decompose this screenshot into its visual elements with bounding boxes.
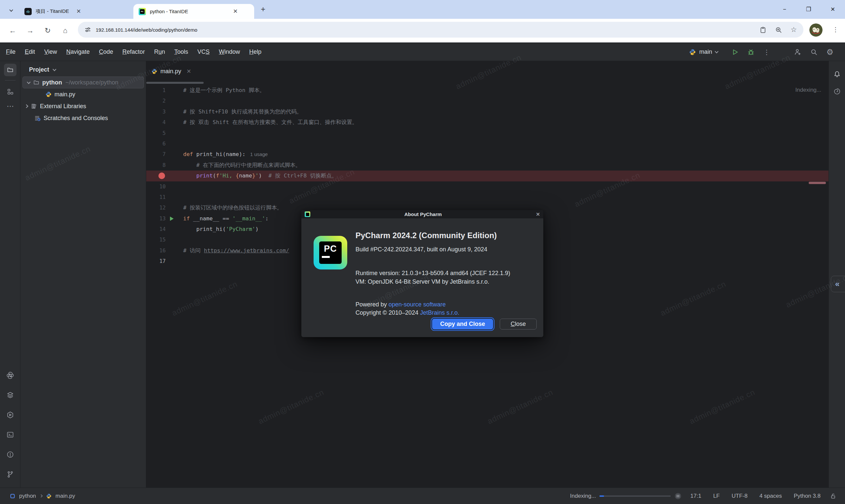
search-icon[interactable] xyxy=(810,48,817,56)
line-number[interactable]: 1 xyxy=(146,85,166,96)
terminal-tool-icon[interactable] xyxy=(0,425,20,445)
jetbrains-link[interactable]: JetBrains s.r.o. xyxy=(420,309,459,316)
code-line[interactable]: 1# 这是一个示例 Python 脚本。 xyxy=(146,85,828,96)
readonly-lock-icon[interactable] xyxy=(830,493,837,499)
code-line[interactable]: 3# 按 Shift+F10 执行或将其替换为您的代码。 xyxy=(146,107,828,117)
reload-icon[interactable]: ↻ xyxy=(39,26,56,35)
close-button[interactable]: Close xyxy=(500,319,537,329)
menu-vcs[interactable]: VCS xyxy=(193,49,214,55)
run-button[interactable] xyxy=(732,49,739,56)
pause-indexing-icon[interactable] xyxy=(674,492,682,500)
browser-tab-python[interactable]: PC python - TitanIDE ✕ xyxy=(133,4,254,19)
structure-tool-icon[interactable] xyxy=(0,85,20,99)
clipboard-icon[interactable] xyxy=(759,26,767,33)
profile-avatar[interactable] xyxy=(809,23,823,37)
tree-row-scratches[interactable]: Scratches and Consoles xyxy=(20,112,146,124)
ai-assistant-icon[interactable] xyxy=(829,83,845,100)
home-icon[interactable]: ⌂ xyxy=(56,26,74,35)
breakpoint-dot[interactable] xyxy=(158,173,165,179)
menu-refactor[interactable]: Refactor xyxy=(118,49,149,55)
browser-tab-titanide[interactable]: ‹t› 项目 - TitanIDE ✕ xyxy=(19,4,86,19)
window-minimize-button[interactable]: − xyxy=(783,0,786,19)
tree-row-external-libraries[interactable]: External Libraries xyxy=(20,100,146,112)
collapse-panel-button[interactable]: « xyxy=(831,276,845,292)
back-icon[interactable]: ← xyxy=(4,26,21,35)
debug-button[interactable] xyxy=(747,49,755,56)
window-close-button[interactable]: ✕ xyxy=(830,0,835,19)
line-number[interactable]: 4 xyxy=(146,117,166,128)
python-packages-tool-icon[interactable] xyxy=(0,365,20,385)
line-number[interactable]: 10 xyxy=(146,181,166,192)
services-layers-tool-icon[interactable] xyxy=(0,385,20,405)
bookmark-star-icon[interactable]: ☆ xyxy=(791,26,797,34)
settings-gear-icon[interactable]: ⚙ xyxy=(826,48,833,57)
code-line[interactable]: 8 # 在下面的代码行中使用断点来调试脚本。 xyxy=(146,160,828,170)
chevron-down-icon[interactable] xyxy=(52,67,56,71)
line-number[interactable]: 14 xyxy=(146,224,166,235)
code-line[interactable]: 4# 按 双击 Shift 在所有地方搜索类、文件、工具窗口、操作和设置。 xyxy=(146,117,828,128)
menu-help[interactable]: Help xyxy=(245,49,266,55)
code-line[interactable]: 7def print_hi(name):1 usage xyxy=(146,149,828,160)
project-tool-icon[interactable] xyxy=(4,64,17,76)
code-line[interactable]: 10 xyxy=(146,181,828,192)
line-number[interactable]: 7 xyxy=(146,149,166,160)
breakpoint-gutter[interactable] xyxy=(146,173,166,179)
line-number[interactable]: 15 xyxy=(146,235,166,245)
address-bar[interactable]: 192.168.101.144/ide/web/coding/python/de… xyxy=(78,22,804,38)
code-line[interactable]: 11 xyxy=(146,192,828,202)
line-number[interactable]: 17 xyxy=(146,256,166,267)
status-caret-position[interactable]: 17:1 xyxy=(685,493,707,499)
chevron-right-icon[interactable] xyxy=(24,104,28,108)
menu-window[interactable]: Window xyxy=(214,49,245,55)
status-interpreter[interactable]: Python 3.8 xyxy=(788,493,827,499)
menu-tools[interactable]: Tools xyxy=(170,49,193,55)
status-indent[interactable]: 4 spaces xyxy=(754,493,788,499)
line-number[interactable]: 16 xyxy=(146,246,166,256)
line-number[interactable]: 12 xyxy=(146,202,166,213)
code-line[interactable]: 6 xyxy=(146,139,828,149)
chevron-down-icon[interactable] xyxy=(27,80,30,84)
line-number[interactable]: 11 xyxy=(146,192,166,202)
forward-icon[interactable]: → xyxy=(21,26,39,35)
status-file-name[interactable]: main.py xyxy=(55,493,75,499)
line-number[interactable]: 3 xyxy=(146,107,166,117)
tree-row-main-py[interactable]: main.py xyxy=(20,88,146,100)
tab-search-icon[interactable] xyxy=(10,6,13,13)
tree-row-project-root[interactable]: python ~/workspace/python xyxy=(22,76,144,88)
site-info-icon[interactable] xyxy=(85,26,91,33)
line-number[interactable]: 5 xyxy=(146,128,166,139)
browser-menu-icon[interactable]: ⋮ xyxy=(832,26,839,33)
more-actions-icon[interactable]: ⋮ xyxy=(763,48,770,56)
url-text[interactable]: 192.168.101.144/ide/web/coding/python/de… xyxy=(96,27,755,33)
status-project-name[interactable]: python xyxy=(19,493,36,499)
status-encoding[interactable]: UTF-8 xyxy=(726,493,754,499)
dialog-close-icon[interactable]: ✕ xyxy=(536,212,540,217)
editor-tab-main-py[interactable]: main.py ✕ xyxy=(146,61,196,82)
menu-run[interactable]: Run xyxy=(149,49,170,55)
project-widget-icon[interactable] xyxy=(10,493,15,499)
tab-scroll-thumb[interactable] xyxy=(146,82,204,84)
dialog-title-bar[interactable]: About PyCharm ✕ xyxy=(301,210,543,218)
run-services-hexagon-icon[interactable] xyxy=(0,405,20,425)
line-number[interactable]: 13 xyxy=(146,213,166,224)
run-configuration-selector[interactable]: main xyxy=(689,49,718,55)
notifications-bell-icon[interactable] xyxy=(829,66,845,83)
tab-close-icon[interactable]: ✕ xyxy=(187,68,191,75)
line-number[interactable]: 6 xyxy=(146,139,166,149)
open-source-link[interactable]: open-source software xyxy=(388,301,446,308)
new-tab-button[interactable]: + xyxy=(261,5,265,14)
zoom-icon[interactable] xyxy=(775,26,782,33)
tab-close-icon[interactable]: ✕ xyxy=(233,8,237,15)
tab-close-icon[interactable]: ✕ xyxy=(76,8,81,15)
status-line-separator[interactable]: LF xyxy=(707,493,726,499)
more-tool-windows-icon[interactable]: ⋯ xyxy=(0,99,20,113)
code-line[interactable]: 2 xyxy=(146,96,828,106)
window-restore-button[interactable]: ❐ xyxy=(806,0,811,19)
problems-tool-icon[interactable] xyxy=(0,445,20,464)
code-line[interactable]: 5 xyxy=(146,128,828,139)
menu-navigate[interactable]: Navigate xyxy=(62,49,94,55)
menu-edit[interactable]: Edit xyxy=(20,49,40,55)
menu-file[interactable]: File xyxy=(1,49,20,55)
line-number[interactable]: 8 xyxy=(146,160,166,170)
menu-code[interactable]: Code xyxy=(94,49,118,55)
